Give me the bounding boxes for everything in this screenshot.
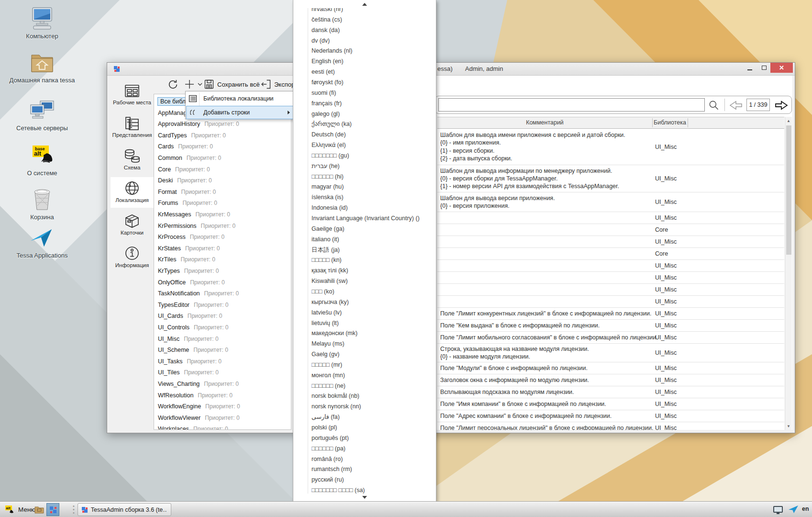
library-item[interactable]: CommonПриоритет: 0 <box>158 153 290 164</box>
table-row[interactable]: Поле "Лимит конкурентных лицензий" в бло… <box>437 308 784 320</box>
language-item[interactable]: norsk bokmål (nb) <box>311 391 434 401</box>
language-item[interactable]: dansk (da) <box>311 25 434 35</box>
library-item[interactable]: TaskNotificationПриоритет: 0 <box>158 288 290 299</box>
desktop-icon-5[interactable]: Корзина <box>6 186 78 221</box>
prev-page-button[interactable] <box>729 100 743 111</box>
table-row[interactable]: Заголовок окна с информацией по модулю л… <box>437 374 784 386</box>
next-page-button[interactable] <box>774 100 789 111</box>
table-scrollbar[interactable]: ▲ ▼ <box>785 117 792 430</box>
library-item[interactable]: ApprovalHistoryПриоритет: 0 <box>158 119 290 130</box>
maximize-button[interactable] <box>758 63 770 73</box>
table-row[interactable]: UI_Misc <box>437 236 784 248</box>
library-item[interactable]: CardTypesПриоритет: 0 <box>158 130 290 141</box>
language-item[interactable]: 日本語 (ja) <box>311 245 434 255</box>
menu-item-2[interactable]: Добавить строки <box>186 106 293 119</box>
table-row[interactable]: Поле "Кем выдана" в блоке с информацией … <box>437 320 784 332</box>
scroll-down-icon[interactable]: ▼ <box>785 423 792 429</box>
language-item[interactable]: Deutsch (de) <box>311 129 434 140</box>
language-item[interactable]: □□□□□□ (hi) <box>311 171 434 182</box>
table-row[interactable]: Строка, указывающая на название модуля л… <box>437 344 784 362</box>
language-item[interactable]: čeština (cs) <box>311 14 434 25</box>
language-item[interactable]: lietuvių (lt) <box>311 318 434 328</box>
library-item[interactable]: WorkplacesПриоритет: 0 <box>158 424 290 430</box>
table-row[interactable]: Core <box>437 224 784 236</box>
library-item[interactable]: CoreПриоритет: 0 <box>158 164 290 175</box>
language-item[interactable]: Ελληνικά (el) <box>311 140 434 150</box>
language-item[interactable]: latviešu (lv) <box>311 307 434 318</box>
page-indicator[interactable]: 1 / 339 <box>746 99 770 111</box>
export-button[interactable]: Экспорт <box>260 79 298 90</box>
close-button[interactable]: ✕ <box>770 63 793 73</box>
language-item[interactable]: magyar (hu) <box>311 181 434 192</box>
search-icon[interactable] <box>708 99 720 112</box>
sidebar-item-карточки[interactable]: Карточки <box>111 210 154 240</box>
taskbar-task-tessaadmin[interactable]: TessaAdmin сборка 3.6 (te… <box>78 503 171 516</box>
library-item[interactable]: WfResolutionПриоритет: 0 <box>158 390 290 401</box>
file-manager-button[interactable] <box>33 503 45 516</box>
language-item[interactable]: rumantsch (rm) <box>311 464 434 474</box>
language-item[interactable]: italiano (it) <box>311 234 434 245</box>
menu-item-1[interactable]: Библиотека локализации <box>186 92 293 105</box>
column-divider[interactable] <box>688 118 688 127</box>
scroll-up-icon[interactable]: ▲ <box>785 117 792 124</box>
language-item[interactable]: □□□□□□□ (gu) <box>311 150 434 161</box>
menu-scroll-up[interactable] <box>294 0 435 8</box>
language-item[interactable]: □□□□□ (kn) <box>311 255 434 265</box>
table-row[interactable]: Core <box>437 248 784 260</box>
desktop-icon-3[interactable]: Сетевые серверы <box>6 97 78 132</box>
library-item[interactable]: ForumsПриоритет: 0 <box>158 198 290 209</box>
library-item[interactable]: CardsПриоритет: 0 <box>158 141 290 152</box>
keyboard-layout-indicator[interactable]: en <box>802 506 809 512</box>
language-item[interactable]: suomi (fi) <box>311 88 434 98</box>
titlebar[interactable]: essa) Admin, admin ✕ <box>107 63 795 76</box>
table-row[interactable]: UI_Misc <box>437 284 784 296</box>
minimize-button[interactable] <box>744 63 756 73</box>
language-item[interactable]: Kiswahili (sw) <box>311 276 434 286</box>
language-item[interactable]: עברית (he) <box>311 161 434 171</box>
language-item[interactable]: română (ro) <box>311 454 434 464</box>
desktop-icon-6[interactable]: Tessa Applications <box>6 224 78 259</box>
library-item[interactable]: UI_ControlsПриоритет: 0 <box>158 322 290 333</box>
language-item[interactable]: Nederlands (nl) <box>311 45 434 56</box>
table-row[interactable]: UI_Misc <box>437 212 784 224</box>
library-item[interactable]: UI_MiscПриоритет: 0 <box>158 334 290 345</box>
add-button[interactable] <box>184 79 202 90</box>
language-item[interactable]: Invariant Language (Invariant Country) (… <box>311 213 434 224</box>
table-row[interactable]: UI_Misc <box>437 296 784 308</box>
library-item[interactable]: FormatПриоритет: 0 <box>158 187 290 198</box>
language-item[interactable]: Melayu (ms) <box>311 338 434 349</box>
taskbar-handle[interactable]: ••• <box>72 505 76 515</box>
language-item[interactable]: македонски (mk) <box>311 328 434 338</box>
language-item[interactable]: dv (dv) <box>311 35 434 46</box>
tessa-tray-icon[interactable] <box>789 506 798 513</box>
desktop-icon-4[interactable]: basealtО системе <box>6 142 78 177</box>
sidebar-item-представления[interactable]: Представления <box>111 112 154 143</box>
language-item[interactable]: français (fr) <box>311 98 434 109</box>
language-item[interactable]: føroyskt (fo) <box>311 77 434 88</box>
table-row[interactable]: UI_Misc <box>437 272 784 284</box>
sidebar-item-локализация[interactable]: Локализация <box>111 177 154 208</box>
sidebar-item-схема[interactable]: Схема <box>111 145 154 175</box>
language-item[interactable]: қазақ тілі (kk) <box>311 265 434 276</box>
language-item[interactable]: English (en) <box>311 56 434 67</box>
table-row[interactable]: Поле "Адрес компании" в блоке с информац… <box>437 410 784 422</box>
language-item[interactable]: □□□□□□ (ne) <box>311 381 434 391</box>
library-item[interactable]: KrPermissionsПриоритет: 0 <box>158 221 290 232</box>
language-item[interactable]: кыргызча (ky) <box>311 297 434 307</box>
library-item[interactable]: TypesEditorПриоритет: 0 <box>158 300 290 311</box>
library-item[interactable]: UI_TasksПриоритет: 0 <box>158 356 290 367</box>
language-item[interactable]: □□□ (ko) <box>311 286 434 297</box>
library-item[interactable]: UI_TilesПриоритет: 0 <box>158 367 290 378</box>
library-item[interactable]: KrMessagesПриоритет: 0 <box>158 209 290 220</box>
language-item[interactable]: português (pt) <box>311 433 434 443</box>
table-row[interactable]: Поле "Лимит мобильного согласования" в б… <box>437 332 784 344</box>
language-item[interactable]: русский (ru) <box>311 474 434 485</box>
library-item[interactable]: KrProcessПриоритет: 0 <box>158 232 290 243</box>
language-item[interactable]: ქართული (ka) <box>311 119 434 129</box>
language-item[interactable]: فارسی (fa) <box>311 412 434 422</box>
tessa-launcher-button[interactable] <box>46 503 59 516</box>
table-row[interactable]: Поле "Имя компании" в блоке с информацие… <box>437 398 784 410</box>
refresh-button[interactable] <box>167 79 179 90</box>
language-item[interactable]: монгол (mn) <box>311 370 434 381</box>
language-item[interactable]: íslenska (is) <box>311 192 434 202</box>
